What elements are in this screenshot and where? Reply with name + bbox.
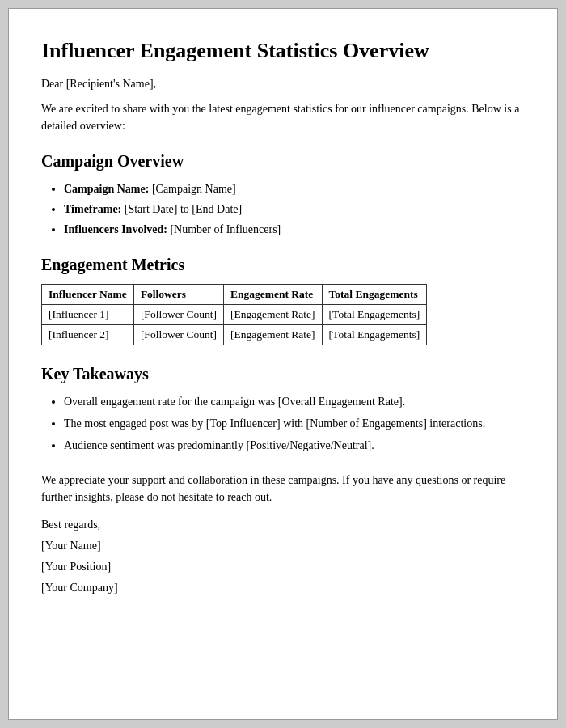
engagement-table: Influencer Name Followers Engagement Rat… [41, 284, 427, 345]
greeting: Dear [Recipient's Name], [41, 78, 525, 91]
page-title: Influencer Engagement Statistics Overvie… [41, 38, 525, 63]
key-takeaways-list: Overall engagement rate for the campaign… [41, 393, 525, 454]
influencer-1-name: [Influencer 1] [42, 305, 134, 325]
list-item: Overall engagement rate for the campaign… [64, 393, 525, 410]
list-item: Audience sentiment was predominantly [Po… [64, 437, 525, 454]
your-company: [Your Company] [41, 582, 525, 595]
influencer-1-followers: [Follower Count] [133, 305, 223, 325]
table-row: [Influencer 1] [Follower Count] [Engagem… [42, 305, 427, 325]
col-header-influencer-name: Influencer Name [42, 285, 134, 305]
col-header-followers: Followers [133, 285, 223, 305]
table-header-row: Influencer Name Followers Engagement Rat… [42, 285, 427, 305]
influencer-1-total: [Total Engagements] [322, 305, 427, 325]
your-name: [Your Name] [41, 540, 525, 552]
engagement-metrics-heading: Engagement Metrics [41, 256, 525, 274]
campaign-name-value: [Campaign Name] [152, 183, 236, 195]
campaign-overview-heading: Campaign Overview [41, 152, 525, 171]
table-row: [Influencer 2] [Follower Count] [Engagem… [42, 325, 427, 345]
col-header-engagement-rate: Engagement Rate [224, 285, 323, 305]
list-item: The most engaged post was by [Top Influe… [64, 415, 525, 432]
influencer-2-total: [Total Engagements] [322, 325, 427, 345]
influencer-2-name: [Influencer 2] [42, 325, 134, 345]
sign-off: Best regards, [41, 518, 525, 531]
list-item: Influencers Involved: [Number of Influen… [64, 221, 525, 238]
campaign-name-label: Campaign Name: [64, 183, 149, 195]
key-takeaways-heading: Key Takeaways [41, 365, 525, 383]
influencers-label: Influencers Involved: [64, 223, 167, 235]
closing-text: We appreciate your support and collabora… [41, 472, 525, 506]
influencer-1-rate: [Engagement Rate] [224, 305, 323, 325]
list-item: Timeframe: [Start Date] to [End Date] [64, 201, 525, 218]
influencers-value: [Number of Influencers] [170, 223, 281, 235]
intro-text: We are excited to share with you the lat… [41, 100, 525, 134]
list-item: Campaign Name: [Campaign Name] [64, 180, 525, 197]
timeframe-label: Timeframe: [64, 203, 121, 215]
page-container: Influencer Engagement Statistics Overvie… [8, 8, 558, 720]
your-position: [Your Position] [41, 561, 525, 574]
influencer-2-rate: [Engagement Rate] [224, 325, 323, 345]
timeframe-value: [Start Date] to [End Date] [125, 203, 242, 215]
campaign-overview-list: Campaign Name: [Campaign Name] Timeframe… [41, 180, 525, 238]
col-header-total-engagements: Total Engagements [322, 285, 427, 305]
influencer-2-followers: [Follower Count] [133, 325, 223, 345]
